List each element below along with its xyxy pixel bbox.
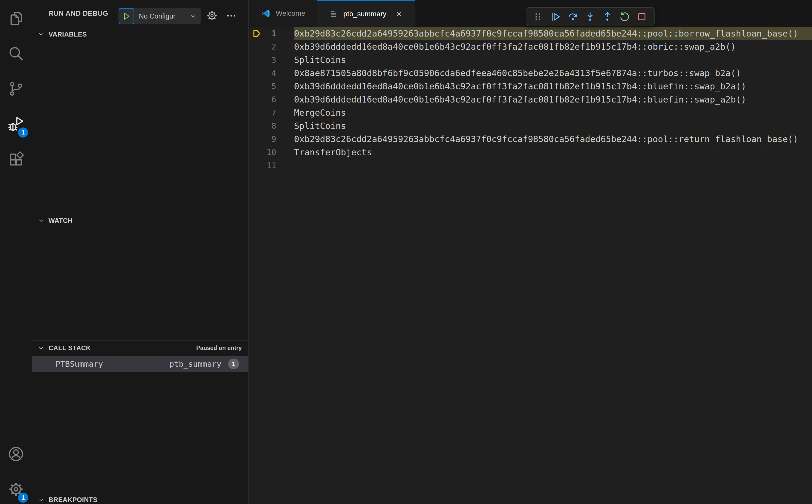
extensions-icon [8, 151, 24, 168]
tab-label: Welcome [276, 9, 305, 18]
code-line[interactable]: 60xb39d6dddedd16ed8a40ce0b1e6b43c92acf0f… [249, 93, 812, 106]
line-number: 9 [262, 134, 276, 144]
activity-bar: 1 1 [0, 0, 32, 504]
call-stack-section-header[interactable]: CALL STACK Paused on entry [32, 341, 248, 355]
chevron-down-icon [38, 345, 44, 351]
source-control-icon [8, 80, 24, 97]
start-debugging-button[interactable] [119, 8, 134, 24]
gear-icon [206, 10, 218, 22]
debug-stop-button[interactable] [633, 9, 651, 25]
code-text[interactable]: 0xb39d6dddedd16ed8a40ce0b1e6b43c92acf0ff… [294, 40, 812, 53]
close-icon[interactable] [394, 10, 403, 18]
activity-item-source-control[interactable] [0, 72, 32, 106]
activity-item-settings[interactable]: 1 [0, 472, 32, 504]
code-text[interactable] [294, 159, 812, 172]
tab-welcome[interactable]: Welcome [249, 0, 317, 27]
activity-item-accounts[interactable] [0, 437, 32, 471]
code-text[interactable]: MergeCoins [294, 106, 812, 119]
code-text[interactable]: TransferObjects [294, 146, 812, 159]
line-number: 7 [262, 108, 276, 117]
line-number: 10 [262, 147, 276, 157]
code-line[interactable]: 50xb39d6dddedd16ed8a40ce0b1e6b43c92acf0f… [249, 80, 812, 93]
line-number: 1 [262, 29, 276, 38]
step-out-icon [602, 11, 613, 22]
debug-current-line-icon[interactable] [249, 29, 262, 38]
debug-step-into-button[interactable] [582, 9, 599, 25]
variables-section-label: VARIABLES [48, 30, 87, 38]
code-line[interactable]: 10xb29d83c26cdd2a64959263abbcfc4a6937f0c… [249, 27, 812, 40]
list-file-icon [329, 10, 338, 18]
breakpoints-section: BREAKPOINTS [32, 492, 248, 504]
code-line[interactable]: 8SplitCoins [249, 119, 812, 132]
line-number: 2 [262, 42, 276, 52]
debug-step-out-button[interactable] [599, 9, 616, 25]
debug-config-dropdown[interactable]: No Configur [134, 8, 201, 24]
tab-label: ptb_summary [343, 10, 386, 18]
debug-restart-button[interactable] [616, 9, 633, 25]
activity-item-extensions[interactable] [0, 142, 32, 176]
breakpoints-section-header[interactable]: BREAKPOINTS [32, 492, 248, 504]
restart-icon [619, 11, 630, 22]
code-text[interactable]: 0xb29d83c26cdd2a64959263abbcfc4a6937f0c9… [294, 132, 812, 146]
activity-item-run-and-debug[interactable]: 1 [0, 107, 32, 141]
gripper-icon [533, 11, 544, 22]
call-stack-section-label: CALL STACK [48, 344, 91, 352]
debug-config-value: No Configur [139, 12, 187, 20]
chevron-down-icon [38, 217, 44, 224]
line-number: 3 [262, 55, 276, 65]
launch-settings-button[interactable] [204, 8, 220, 24]
watch-section-label: WATCH [48, 217, 73, 225]
toolbar-drag-handle[interactable] [530, 9, 547, 25]
code-line[interactable]: 7MergeCoins [249, 106, 812, 119]
watch-section: WATCH [32, 213, 248, 340]
code-line[interactable]: 3SplitCoins [249, 53, 812, 66]
code-text[interactable]: SplitCoins [294, 53, 812, 66]
sidebar-title: RUN AND DEBUG [48, 0, 108, 27]
ellipsis-icon [226, 10, 237, 21]
editor-area: Welcome ptb_summary [249, 0, 812, 504]
variables-section: VARIABLES [32, 27, 248, 213]
chevron-down-icon [190, 13, 197, 20]
chevron-down-icon [38, 496, 44, 503]
continue-icon [550, 11, 561, 22]
line-number: 11 [262, 161, 276, 170]
code-line[interactable]: 11 [249, 159, 812, 172]
activity-item-search[interactable] [0, 37, 32, 71]
frame-source: ptb_summary [169, 359, 221, 368]
code-lines: 10xb29d83c26cdd2a64959263abbcfc4a6937f0c… [249, 27, 812, 172]
activity-item-explorer[interactable] [0, 2, 32, 36]
code-line[interactable]: 20xb39d6dddedd16ed8a40ce0b1e6b43c92acf0f… [249, 40, 812, 53]
run-and-debug-sidebar: RUN AND DEBUG No Configur [32, 0, 249, 504]
code-text[interactable]: 0x8ae871505a80d8bf6bf9c05906cda6edfeea46… [294, 66, 812, 80]
views-more-actions-button[interactable] [223, 8, 239, 24]
step-over-icon [568, 11, 578, 22]
watch-section-header[interactable]: WATCH [32, 213, 248, 228]
debug-step-over-button[interactable] [564, 9, 582, 25]
debug-badge: 1 [18, 127, 28, 138]
code-text[interactable]: 0xb29d83c26cdd2a64959263abbcfc4a6937f0c9… [294, 27, 812, 40]
sidebar-header: RUN AND DEBUG No Configur [32, 0, 248, 27]
tab-ptb-summary[interactable]: ptb_summary [317, 0, 416, 27]
debug-config-control: No Configur [119, 8, 201, 24]
code-line[interactable]: 40x8ae871505a80d8bf6bf9c05906cda6edfeea4… [249, 66, 812, 80]
code-text[interactable]: 0xb39d6dddedd16ed8a40ce0b1e6b43c92acf0ff… [294, 80, 812, 93]
chevron-down-icon [38, 31, 44, 38]
search-icon [8, 45, 24, 62]
debug-continue-button[interactable] [547, 9, 564, 25]
frame-name: PTBSummary [56, 359, 103, 368]
call-stack-frame[interactable]: PTBSummary ptb_summary 1 [32, 356, 248, 372]
play-icon [122, 12, 131, 21]
call-stack-section: CALL STACK Paused on entry PTBSummary pt… [32, 340, 248, 492]
code-editor[interactable]: 10xb29d83c26cdd2a64959263abbcfc4a6937f0c… [249, 27, 812, 504]
files-icon [8, 10, 24, 27]
code-text[interactable]: SplitCoins [294, 119, 812, 132]
stop-icon [637, 11, 647, 22]
variables-section-header[interactable]: VARIABLES [32, 27, 248, 42]
breakpoints-section-label: BREAKPOINTS [48, 496, 97, 504]
vscode-logo-icon [261, 9, 270, 18]
line-number: 8 [262, 121, 276, 131]
frame-badge: 1 [228, 359, 239, 369]
code-line[interactable]: 90xb29d83c26cdd2a64959263abbcfc4a6937f0c… [249, 132, 812, 146]
code-text[interactable]: 0xb39d6dddedd16ed8a40ce0b1e6b43c92acf0ff… [294, 93, 812, 106]
code-line[interactable]: 10TransferObjects [249, 146, 812, 159]
